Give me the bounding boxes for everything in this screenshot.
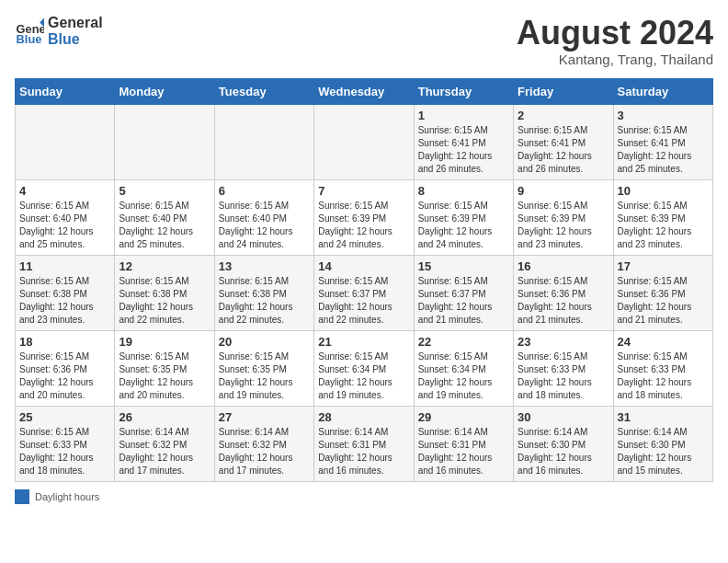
- day-number: 7: [318, 184, 409, 198]
- day-number: 31: [618, 410, 709, 424]
- day-number: 8: [418, 184, 509, 198]
- day-number: 21: [318, 335, 409, 349]
- calendar-cell: 9Sunrise: 6:15 AM Sunset: 6:39 PM Daylig…: [514, 179, 613, 255]
- calendar-week-row: 4Sunrise: 6:15 AM Sunset: 6:40 PM Daylig…: [16, 179, 713, 255]
- day-number: 4: [19, 184, 110, 198]
- calendar-cell: 26Sunrise: 6:14 AM Sunset: 6:32 PM Dayli…: [115, 406, 214, 481]
- day-number: 25: [19, 410, 110, 424]
- calendar-cell: 27Sunrise: 6:14 AM Sunset: 6:32 PM Dayli…: [214, 406, 313, 481]
- day-info: Sunrise: 6:15 AM Sunset: 6:37 PM Dayligh…: [318, 275, 409, 327]
- logo-line1: General: [48, 15, 103, 31]
- day-info: Sunrise: 6:14 AM Sunset: 6:30 PM Dayligh…: [518, 426, 609, 477]
- subtitle: Kantang, Trang, Thailand: [517, 52, 713, 67]
- day-info: Sunrise: 6:15 AM Sunset: 6:33 PM Dayligh…: [618, 350, 709, 402]
- weekday-header-cell: Wednesday: [314, 78, 414, 104]
- calendar-cell: [214, 104, 313, 179]
- day-number: 24: [618, 335, 709, 349]
- weekday-header-cell: Saturday: [613, 78, 712, 104]
- day-info: Sunrise: 6:14 AM Sunset: 6:32 PM Dayligh…: [219, 426, 310, 477]
- calendar-week-row: 1Sunrise: 6:15 AM Sunset: 6:41 PM Daylig…: [16, 104, 713, 179]
- title-block: August 2024 Kantang, Trang, Thailand: [517, 15, 713, 67]
- day-number: 10: [618, 184, 709, 198]
- day-info: Sunrise: 6:14 AM Sunset: 6:31 PM Dayligh…: [318, 426, 409, 477]
- day-info: Sunrise: 6:15 AM Sunset: 6:37 PM Dayligh…: [418, 275, 509, 327]
- calendar-cell: 23Sunrise: 6:15 AM Sunset: 6:33 PM Dayli…: [514, 330, 613, 406]
- logo-icon: General Blue: [15, 17, 44, 46]
- calendar-cell: 1Sunrise: 6:15 AM Sunset: 6:41 PM Daylig…: [414, 104, 513, 179]
- calendar-week-row: 11Sunrise: 6:15 AM Sunset: 6:38 PM Dayli…: [16, 255, 713, 330]
- calendar-cell: 20Sunrise: 6:15 AM Sunset: 6:35 PM Dayli…: [214, 330, 313, 406]
- day-info: Sunrise: 6:15 AM Sunset: 6:34 PM Dayligh…: [318, 350, 409, 402]
- calendar-cell: 3Sunrise: 6:15 AM Sunset: 6:41 PM Daylig…: [613, 104, 712, 179]
- svg-text:Blue: Blue: [17, 31, 42, 45]
- calendar-cell: 31Sunrise: 6:14 AM Sunset: 6:30 PM Dayli…: [613, 406, 712, 481]
- day-number: 18: [19, 335, 110, 349]
- calendar-cell: 13Sunrise: 6:15 AM Sunset: 6:38 PM Dayli…: [214, 255, 313, 330]
- day-number: 17: [618, 259, 709, 273]
- day-number: 5: [119, 184, 210, 198]
- day-info: Sunrise: 6:15 AM Sunset: 6:36 PM Dayligh…: [618, 275, 709, 327]
- day-info: Sunrise: 6:15 AM Sunset: 6:39 PM Dayligh…: [318, 200, 409, 251]
- calendar-cell: 24Sunrise: 6:15 AM Sunset: 6:33 PM Dayli…: [613, 330, 712, 406]
- calendar-cell: 17Sunrise: 6:15 AM Sunset: 6:36 PM Dayli…: [613, 255, 712, 330]
- weekday-header-cell: Sunday: [16, 78, 115, 104]
- calendar-cell: 8Sunrise: 6:15 AM Sunset: 6:39 PM Daylig…: [414, 179, 513, 255]
- day-info: Sunrise: 6:15 AM Sunset: 6:39 PM Dayligh…: [418, 200, 509, 251]
- day-number: 29: [418, 410, 509, 424]
- calendar-cell: 18Sunrise: 6:15 AM Sunset: 6:36 PM Dayli…: [16, 330, 115, 406]
- day-number: 16: [518, 259, 609, 273]
- weekday-header-cell: Friday: [514, 78, 613, 104]
- logo-line2: Blue: [48, 31, 103, 48]
- calendar-cell: 14Sunrise: 6:15 AM Sunset: 6:37 PM Dayli…: [314, 255, 414, 330]
- day-info: Sunrise: 6:14 AM Sunset: 6:32 PM Dayligh…: [119, 426, 210, 477]
- legend-color: [15, 489, 29, 504]
- day-number: 22: [418, 335, 509, 349]
- calendar-cell: 16Sunrise: 6:15 AM Sunset: 6:36 PM Dayli…: [514, 255, 613, 330]
- page-header: General Blue General Blue August 2024 Ka…: [15, 15, 713, 67]
- day-number: 12: [119, 259, 210, 273]
- calendar-cell: 5Sunrise: 6:15 AM Sunset: 6:40 PM Daylig…: [115, 179, 214, 255]
- calendar-cell: 10Sunrise: 6:15 AM Sunset: 6:39 PM Dayli…: [613, 179, 712, 255]
- day-number: 6: [219, 184, 310, 198]
- calendar-cell: 12Sunrise: 6:15 AM Sunset: 6:38 PM Dayli…: [115, 255, 214, 330]
- day-info: Sunrise: 6:15 AM Sunset: 6:35 PM Dayligh…: [219, 350, 310, 402]
- logo: General Blue General Blue: [15, 15, 103, 47]
- calendar-cell: 19Sunrise: 6:15 AM Sunset: 6:35 PM Dayli…: [115, 330, 214, 406]
- calendar-cell: 22Sunrise: 6:15 AM Sunset: 6:34 PM Dayli…: [414, 330, 513, 406]
- day-number: 20: [219, 335, 310, 349]
- day-number: 1: [418, 109, 509, 122]
- weekday-header-cell: Thursday: [414, 78, 513, 104]
- main-title: August 2024: [517, 15, 713, 52]
- calendar-cell: 11Sunrise: 6:15 AM Sunset: 6:38 PM Dayli…: [16, 255, 115, 330]
- day-info: Sunrise: 6:15 AM Sunset: 6:35 PM Dayligh…: [119, 350, 210, 402]
- calendar-cell: 4Sunrise: 6:15 AM Sunset: 6:40 PM Daylig…: [16, 179, 115, 255]
- day-number: 3: [618, 109, 709, 122]
- day-info: Sunrise: 6:15 AM Sunset: 6:38 PM Dayligh…: [219, 275, 310, 327]
- day-info: Sunrise: 6:15 AM Sunset: 6:33 PM Dayligh…: [518, 350, 609, 402]
- day-info: Sunrise: 6:14 AM Sunset: 6:30 PM Dayligh…: [618, 426, 709, 477]
- day-number: 14: [318, 259, 409, 273]
- day-number: 28: [318, 410, 409, 424]
- calendar-week-row: 25Sunrise: 6:15 AM Sunset: 6:33 PM Dayli…: [16, 406, 713, 481]
- legend: Daylight hours: [15, 489, 713, 504]
- day-info: Sunrise: 6:15 AM Sunset: 6:34 PM Dayligh…: [418, 350, 509, 402]
- calendar-cell: 6Sunrise: 6:15 AM Sunset: 6:40 PM Daylig…: [214, 179, 313, 255]
- calendar-cell: [16, 104, 115, 179]
- calendar-body: 1Sunrise: 6:15 AM Sunset: 6:41 PM Daylig…: [16, 104, 713, 481]
- day-info: Sunrise: 6:15 AM Sunset: 6:33 PM Dayligh…: [19, 426, 110, 477]
- day-info: Sunrise: 6:15 AM Sunset: 6:38 PM Dayligh…: [119, 275, 210, 327]
- day-number: 2: [518, 109, 609, 122]
- day-number: 11: [19, 259, 110, 273]
- day-number: 15: [418, 259, 509, 273]
- day-number: 23: [518, 335, 609, 349]
- calendar-cell: 15Sunrise: 6:15 AM Sunset: 6:37 PM Dayli…: [414, 255, 513, 330]
- day-info: Sunrise: 6:14 AM Sunset: 6:31 PM Dayligh…: [418, 426, 509, 477]
- calendar-cell: 7Sunrise: 6:15 AM Sunset: 6:39 PM Daylig…: [314, 179, 414, 255]
- day-info: Sunrise: 6:15 AM Sunset: 6:41 PM Dayligh…: [518, 124, 609, 176]
- day-info: Sunrise: 6:15 AM Sunset: 6:41 PM Dayligh…: [618, 124, 709, 176]
- calendar-cell: 29Sunrise: 6:14 AM Sunset: 6:31 PM Dayli…: [414, 406, 513, 481]
- day-number: 26: [119, 410, 210, 424]
- day-number: 19: [119, 335, 210, 349]
- day-info: Sunrise: 6:15 AM Sunset: 6:38 PM Dayligh…: [19, 275, 110, 327]
- calendar-cell: 28Sunrise: 6:14 AM Sunset: 6:31 PM Dayli…: [314, 406, 414, 481]
